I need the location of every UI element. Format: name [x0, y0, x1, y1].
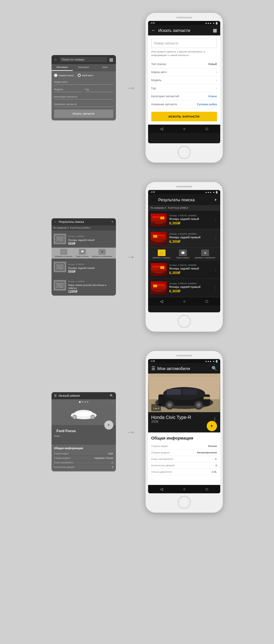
wf3-search-icon[interactable]: 🔍 [110, 394, 113, 397]
wireframe-results: ← Результаты поиска + По названию ▾ Ford… [52, 218, 116, 296]
wf2-cat-1: Оптика [68, 235, 75, 237]
wf-field-partname[interactable]: Название запчасти [54, 102, 113, 107]
search-back-btn[interactable]: ← [151, 28, 156, 33]
nav-home-btn-2[interactable]: ○ [183, 299, 185, 304]
wf-tab-tires[interactable]: Шин [94, 64, 116, 71]
form-row-brand[interactable]: Марка авто › [151, 68, 217, 76]
nav-home-btn-1[interactable]: ○ [183, 127, 185, 131]
mycars-menu-btn[interactable]: ☰ [151, 366, 156, 371]
filter-car[interactable]: Ford Focus (2008) ▾ [168, 207, 189, 209]
wf-radio-new[interactable]: Новый поиск [54, 74, 74, 77]
svg-point-23 [73, 416, 76, 418]
form-row-model[interactable]: Модель › [151, 76, 217, 84]
search-body: Номер запчасти Или укажите данные о ваше… [148, 35, 220, 125]
phone-home-btn-3[interactable] [178, 496, 191, 509]
wf-tab-cars[interactable]: Легковые [52, 64, 73, 71]
wf3-car-year: 2009 [54, 435, 113, 438]
result-more-4[interactable]: ⋮ [214, 286, 218, 290]
svg-rect-14 [160, 266, 164, 269]
mycars-search-btn[interactable]: 🔍 [212, 366, 217, 371]
action-question[interactable]: 💬 Задать вопрос [176, 250, 189, 259]
result-info-2: Оптика # 546-RL-3406661 Фонарь задний пр… [169, 233, 211, 244]
result-thumb-4 [151, 281, 167, 294]
phone-home-btn-1[interactable] [178, 146, 191, 159]
wf2-action-fav[interactable]: ★ Добавить в избранное [92, 249, 112, 257]
wf2-action-cart[interactable]: 🛒 Добавить в корзину [55, 249, 73, 257]
result-item-1[interactable]: Оптика # 546-RL-3406661 Фонарь задний ле… [148, 211, 220, 229]
wf3-info-row-3: Количество дверей 5 [54, 465, 113, 469]
result-more-2[interactable]: ⋮ [214, 236, 218, 241]
nav-square-btn-2[interactable]: □ [206, 299, 208, 304]
part-number-input[interactable]: Номер запчасти [151, 39, 217, 48]
wf-search-btn[interactable]: Искать запчасти [54, 109, 113, 118]
filter-sort[interactable]: По названию ▾ [151, 207, 166, 209]
wf-field-year[interactable]: Год [85, 87, 113, 92]
wf-field-model[interactable]: Модель [54, 87, 82, 92]
nav-square-btn-1[interactable]: □ [206, 127, 208, 131]
nav-back-btn-3[interactable]: ◁ [160, 487, 163, 491]
results-header: ← Результаты поиска + [148, 194, 220, 205]
wf-field-category[interactable]: Категория запчасти [54, 94, 113, 99]
section-1: ← Поиск по номеру ▦ Легковые Грузовые Ши… [0, 13, 274, 163]
phone-results: 4:39 ▲▲▲ ▲ ▓ ← Результаты поиска + По на… [146, 182, 223, 332]
form-row-year[interactable]: Год › [151, 84, 217, 92]
status-bar-1: 4:39 ▲▲▲ ▲ ▓ [148, 21, 220, 25]
wf3-carousel: ⋮ + [52, 399, 116, 425]
result-more-1[interactable]: ⋮ [214, 218, 218, 222]
wf2-filter-sort[interactable]: По названию ▾ [53, 227, 69, 229]
status-icons-1: ▲▲▲ ▲ ▓ [205, 22, 218, 24]
wf3-car-name: Ford Focus [54, 427, 113, 435]
result-more-3[interactable]: ⋮ [214, 267, 218, 272]
search-parts-btn[interactable]: ИСКАТЬ ЗАПЧАСТИ [151, 112, 217, 121]
results-back-btn[interactable]: ← [151, 197, 156, 203]
wf-search-content: Новый поиск Мой авто Марка авто Модель Г… [52, 71, 116, 120]
nav-back-btn-1[interactable]: ◁ [160, 127, 163, 131]
wf2-item-3[interactable]: Оптика # 160300 Фара левая (ксенон без б… [52, 276, 116, 296]
car-tail-svg-4 [151, 281, 167, 294]
nav-back-btn-2[interactable]: ◁ [160, 299, 163, 304]
results-filter-bar: По названию ▾ Ford Focus (2008) ▾ [148, 205, 220, 211]
wf2-item-2[interactable]: Оптика # 005510 Фонарь задний левый 550₽ [52, 259, 116, 276]
action-cart[interactable]: 🛒 Добавить в корзину [153, 250, 171, 259]
result-name-4: Фонарь задний правый [169, 285, 211, 289]
form-row-category[interactable]: Категория запчастей Новые [151, 92, 217, 100]
form-row-type[interactable]: Тип поиска Новый [151, 60, 217, 68]
result-num-3: # 546-RL-3406661 [178, 264, 197, 266]
nav-home-btn-3[interactable]: ○ [183, 487, 185, 491]
search-barcode-icon[interactable]: ▦ [213, 28, 217, 33]
wf-field-brand[interactable]: Марка авто [54, 80, 113, 85]
car-tail-svg-3 [151, 263, 167, 276]
wf3-menu-icon[interactable]: ☰ [54, 394, 57, 397]
wf2-filter-car[interactable]: Ford Focus (2008) ▾ [70, 227, 91, 229]
wf-search-field[interactable]: Поиск по номеру [60, 57, 107, 62]
signal-icon-2: ▲▲▲ [205, 191, 212, 193]
wf2-item-1[interactable]: Оптика # 005510 Фонарь задний левый 550₽ [52, 231, 116, 248]
car-tail-svg-2 [151, 232, 167, 245]
nav-square-btn-3[interactable]: □ [206, 487, 208, 491]
result-item-4[interactable]: Оптика # 546-RL-3406661 Фонарь задний пр… [148, 279, 220, 297]
result-thumb-3 [151, 263, 167, 276]
results-add-icon[interactable]: + [214, 197, 217, 202]
phone-home-btn-2[interactable] [178, 315, 191, 328]
wireframe-mycars: ☰ Личный кабинет 🔍 ⋮ + F [52, 392, 116, 471]
wf-barcode-icon[interactable]: ▦ [109, 57, 113, 62]
action-fav[interactable]: ★ Добавить в избранное [195, 250, 215, 259]
fab-add-car[interactable]: + [207, 421, 217, 431]
wf3-more-btn[interactable]: ⋮ [111, 401, 114, 404]
general-info-section: Общая информация Страна марки Япония Сбо… [148, 432, 220, 485]
wf3-add-btn[interactable]: + [104, 421, 113, 430]
result-name-2: Фонарь задний правый [169, 236, 211, 239]
chevron-brand: › [216, 71, 217, 74]
phone-screen-1: 4:39 ▲▲▲ ▲ ▓ ← Искать запчасти ▦ Номер з… [148, 21, 220, 143]
wf2-action-question[interactable]: 💬 Задать вопрос [76, 249, 89, 257]
result-num-1: # 546-RL-3406661 [178, 214, 197, 217]
wf-tab-trucks[interactable]: Грузовые [73, 64, 94, 71]
result-item-2[interactable]: Оптика # 546-RL-3406661 Фонарь задний пр… [148, 229, 220, 248]
result-item-3[interactable]: Оптика # 546-RL-3406661 Фонарь задний ле… [148, 260, 220, 279]
wf-radio-my[interactable]: Мой авто [78, 74, 93, 77]
wf2-back[interactable]: ← [54, 220, 57, 223]
wf-back-btn[interactable]: ← [54, 57, 58, 62]
form-row-partname[interactable]: Название запчасти Рулевая рейка [151, 100, 217, 109]
svg-point-7 [153, 241, 155, 243]
wf2-add-icon[interactable]: + [111, 220, 113, 223]
